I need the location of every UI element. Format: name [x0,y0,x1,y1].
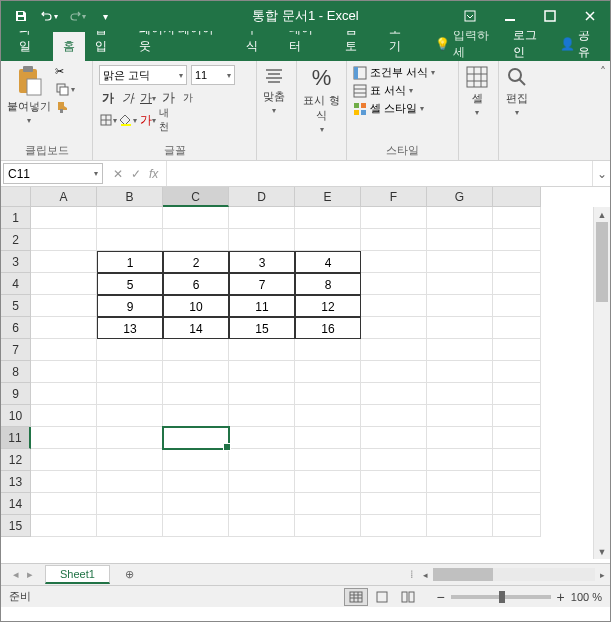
cell[interactable] [31,515,97,537]
cell[interactable] [427,229,493,251]
cell[interactable] [31,361,97,383]
close-icon[interactable] [570,1,610,31]
cell[interactable] [427,471,493,493]
cell[interactable]: 14 [163,317,229,339]
cell[interactable] [163,449,229,471]
cell[interactable] [361,229,427,251]
cell[interactable] [295,449,361,471]
cell[interactable] [427,339,493,361]
cell[interactable]: 2 [163,251,229,273]
format-painter-button[interactable] [55,100,75,114]
cell[interactable] [229,449,295,471]
cell[interactable] [31,273,97,295]
tell-me-search[interactable]: 💡입력하세 [435,27,501,61]
cell[interactable] [31,295,97,317]
cell[interactable] [361,361,427,383]
cell[interactable] [163,361,229,383]
font-size-combo[interactable]: 11▾ [191,65,235,85]
tab-home[interactable]: 홈 [53,32,85,61]
grow-font-button[interactable]: 가 [159,89,177,107]
copy-button[interactable]: ▾ [55,82,75,96]
undo-icon[interactable]: ▾ [37,4,61,28]
cell[interactable] [493,361,541,383]
col-header[interactable]: F [361,187,427,207]
fx-icon[interactable]: fx [149,167,158,181]
cell[interactable] [97,207,163,229]
cell[interactable] [163,339,229,361]
cell[interactable] [31,405,97,427]
cell[interactable] [427,493,493,515]
cell[interactable] [493,449,541,471]
cell[interactable] [31,471,97,493]
cell[interactable] [361,207,427,229]
scroll-left-icon[interactable]: ◂ [418,570,433,580]
cell[interactable] [163,493,229,515]
cell[interactable] [361,295,427,317]
row-header[interactable]: 7 [1,339,31,361]
cell[interactable]: 15 [229,317,295,339]
cell[interactable]: 5 [97,273,163,295]
name-box[interactable]: C11 ▾ [3,163,103,184]
expand-formula-icon[interactable]: ⌄ [592,161,610,186]
row-header[interactable]: 1 [1,207,31,229]
cell[interactable] [493,427,541,449]
cell[interactable] [163,383,229,405]
cell[interactable] [97,515,163,537]
cell[interactable] [229,229,295,251]
cell[interactable] [361,339,427,361]
row-header[interactable]: 15 [1,515,31,537]
cell[interactable] [295,427,361,449]
cell[interactable] [493,383,541,405]
cell[interactable] [97,471,163,493]
sheet-nav-prev-icon[interactable]: ◂ [13,568,19,581]
cell[interactable] [31,493,97,515]
cell[interactable] [493,493,541,515]
cell[interactable]: 7 [229,273,295,295]
col-header[interactable] [493,187,541,207]
cell[interactable] [31,427,97,449]
qat-customize-icon[interactable]: ▾ [93,4,117,28]
sheet-nav-next-icon[interactable]: ▸ [27,568,33,581]
cell[interactable] [427,361,493,383]
cell[interactable] [295,207,361,229]
shrink-font-button[interactable]: 가 [179,89,197,107]
cell[interactable] [427,383,493,405]
col-header[interactable]: A [31,187,97,207]
cell[interactable] [361,251,427,273]
cell[interactable]: 3 [229,251,295,273]
cell[interactable] [97,427,163,449]
cell[interactable] [31,339,97,361]
cell[interactable]: 1 [97,251,163,273]
cell[interactable] [31,449,97,471]
cell[interactable]: 13 [97,317,163,339]
cell[interactable] [427,273,493,295]
scrollbar-thumb[interactable] [596,222,608,302]
cell[interactable] [163,229,229,251]
sheet-tab[interactable]: Sheet1 [45,565,110,584]
cell[interactable] [97,405,163,427]
cell[interactable] [427,427,493,449]
cell[interactable] [229,383,295,405]
cell[interactable] [493,229,541,251]
cell[interactable] [229,515,295,537]
normal-view-button[interactable] [344,588,368,606]
italic-button[interactable]: 가 [119,89,137,107]
cell[interactable] [97,449,163,471]
font-name-combo[interactable]: 맑은 고딕▾ [99,65,187,85]
cell[interactable] [361,515,427,537]
cell[interactable] [427,317,493,339]
scroll-down-icon[interactable]: ▼ [594,544,610,559]
cells-button[interactable]: 셀 ▾ [465,65,489,117]
redo-icon[interactable]: ▾ [65,4,89,28]
cell[interactable] [427,207,493,229]
cell[interactable] [427,515,493,537]
cell[interactable] [295,383,361,405]
ribbon-options-icon[interactable] [450,1,490,31]
cell-styles-button[interactable]: 셀 스타일▾ [353,101,424,116]
horizontal-scrollbar[interactable]: ⁞ ◂ ▸ [410,567,610,582]
cell[interactable] [295,361,361,383]
cell[interactable]: 9 [97,295,163,317]
collapse-ribbon-icon[interactable]: ˄ [596,61,610,160]
cell[interactable] [97,383,163,405]
cell[interactable] [295,493,361,515]
